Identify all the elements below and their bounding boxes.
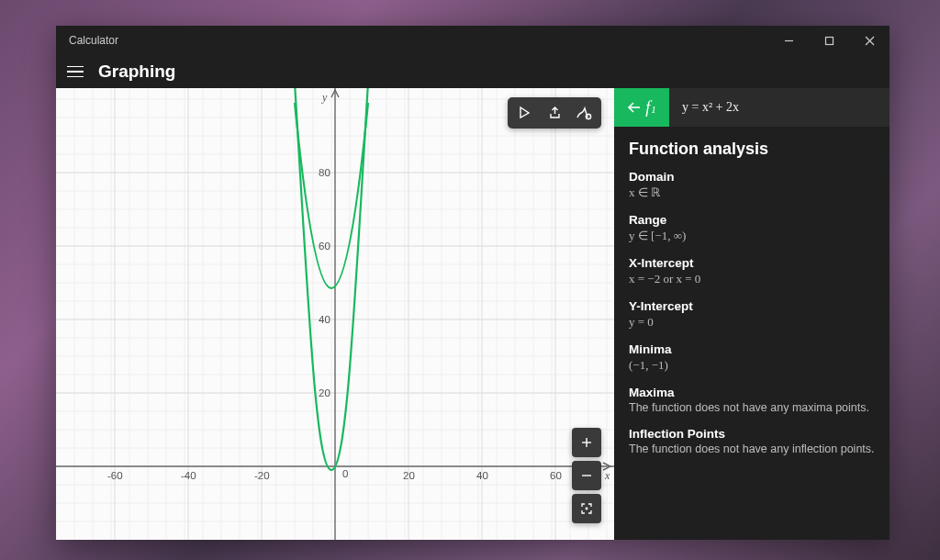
prop-range: Range y ∈ [−1, ∞) (629, 213, 875, 243)
y-tick: 40 (319, 314, 330, 325)
x-tick: -20 (254, 470, 270, 481)
x-tick: 40 (476, 470, 488, 481)
back-button[interactable]: f1 (614, 88, 669, 127)
zoom-out-button[interactable] (572, 461, 601, 490)
share-icon[interactable] (541, 101, 568, 125)
prop-x-intercept: X-Intercept x = −2 or x = 0 (629, 256, 875, 286)
app-window: Calculator Graphing (56, 26, 890, 540)
graph-settings-icon[interactable] (570, 101, 598, 125)
analysis-pane: f1 y = x² + 2x Function analysis Domain … (614, 88, 890, 540)
zoom-fit-button[interactable] (572, 494, 601, 523)
prop-desc: The function does not have any inflectio… (629, 442, 875, 455)
hamburger-menu-icon[interactable] (67, 66, 85, 78)
prop-value: x ∈ ℝ (629, 185, 875, 200)
origin-label: 0 (342, 468, 348, 479)
prop-label: Maxima (629, 386, 875, 399)
function-expression: y = x² + 2x (669, 88, 890, 127)
prop-label: Range (629, 213, 875, 227)
prop-label: Domain (629, 170, 875, 184)
graph-pane[interactable]: y x -60 -40 -20 20 40 60 20 40 60 80 0 (56, 88, 614, 540)
zoom-in-button[interactable] (572, 428, 601, 457)
analysis-title: Function analysis (629, 140, 875, 159)
prop-value: (−1, −1) (629, 358, 875, 373)
function-f: f (645, 98, 650, 118)
prop-domain: Domain x ∈ ℝ (629, 170, 875, 200)
titlebar: Calculator (56, 26, 890, 55)
prop-value: x = −2 or x = 0 (629, 272, 875, 286)
close-button[interactable] (849, 26, 890, 55)
y-axis-label: y (321, 91, 328, 104)
y-tick: 20 (319, 387, 330, 398)
graph-canvas[interactable]: y x -60 -40 -20 20 40 60 20 40 60 80 0 (56, 88, 614, 540)
x-axis-label: x (604, 469, 610, 482)
function-index: 1 (651, 104, 656, 115)
mode-title: Graphing (98, 62, 175, 82)
x-tick: 20 (403, 470, 415, 481)
x-tick: 60 (550, 470, 562, 481)
prop-label: Inflection Points (629, 427, 875, 441)
header: Graphing (56, 55, 890, 88)
prop-label: X-Intercept (629, 256, 875, 270)
prop-maxima: Maxima The function does not have any ma… (629, 386, 875, 414)
prop-desc: The function does not have any maxima po… (629, 401, 875, 414)
y-tick: 60 (319, 241, 330, 252)
prop-value: y = 0 (629, 315, 875, 330)
window-title: Calculator (69, 34, 118, 47)
graph-toolbar (508, 97, 601, 129)
svg-rect-1 (825, 37, 833, 44)
function-symbol: f1 (645, 98, 656, 118)
trace-icon[interactable] (511, 101, 539, 125)
y-tick: 80 (319, 167, 330, 178)
prop-inflection: Inflection Points The function does not … (629, 427, 875, 455)
x-tick: -40 (181, 470, 196, 481)
prop-label: Minima (629, 342, 875, 356)
prop-value: y ∈ [−1, ∞) (629, 229, 875, 243)
minimize-button[interactable] (768, 26, 809, 55)
prop-label: Y-Intercept (629, 299, 875, 313)
window-controls (768, 26, 890, 55)
content: y x -60 -40 -20 20 40 60 20 40 60 80 0 (56, 88, 890, 540)
zoom-panel (572, 428, 601, 523)
function-header: f1 y = x² + 2x (614, 88, 890, 127)
prop-y-intercept: Y-Intercept y = 0 (629, 299, 875, 330)
prop-minima: Minima (−1, −1) (629, 342, 875, 373)
x-tick: -60 (107, 470, 123, 481)
maximize-button[interactable] (809, 26, 849, 55)
svg-point-75 (586, 508, 588, 510)
analysis-body: Function analysis Domain x ∈ ℝ Range y ∈… (614, 127, 890, 540)
